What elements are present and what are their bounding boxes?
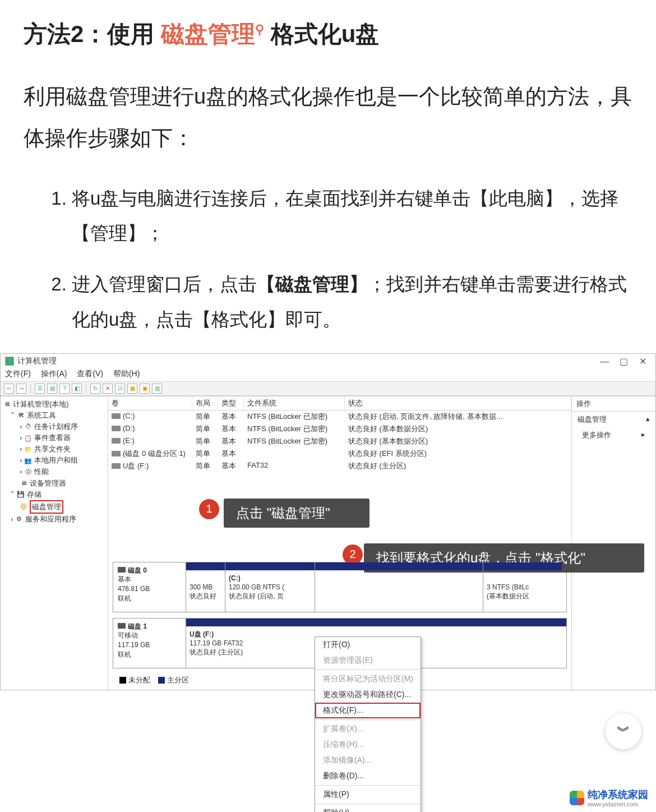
annotation-badge-1: 1 — [199, 499, 219, 519]
tb-delete[interactable]: ✕ — [103, 384, 113, 394]
tb-prop[interactable]: ☑ — [115, 384, 125, 394]
annotation-badge-2: 2 — [343, 545, 363, 565]
menu-help[interactable]: 帮助(H) — [113, 369, 140, 378]
tb-a[interactable]: ▦ — [127, 384, 137, 394]
users-icon: 👥 — [24, 456, 32, 464]
volume-row[interactable]: (磁盘 0 磁盘分区 1)简单基本状态良好 (EFI 系统分区) — [108, 447, 571, 460]
ctx-shrink: 压缩卷(H)... — [315, 737, 421, 753]
svg-rect-0 — [6, 357, 13, 365]
menu-action[interactable]: 操作(A) — [41, 369, 67, 378]
annotation-tip-1: 点击 "磁盘管理" — [224, 499, 369, 528]
tools-icon: 🛠 — [17, 412, 25, 419]
double-chevron-down-icon: ︾ — [617, 722, 630, 740]
folder-icon: 📁 — [24, 445, 32, 453]
highlight-term[interactable]: 磁盘管理⚲ — [161, 21, 264, 47]
step-2: 进入管理窗口后，点击【磁盘管理】；找到并右键单击需要进行格式化的u盘，点击【格式… — [72, 267, 632, 337]
screenshot-disk-management: 计算机管理 — ▢ ✕ 文件(F) 操作(A) 查看(V) 帮助(H) ⇐ ⇒ … — [0, 353, 656, 690]
tree-perf[interactable]: 性能 — [34, 466, 49, 477]
maximize-button[interactable]: ▢ — [615, 356, 632, 367]
clock-icon: ⏱ — [24, 423, 32, 431]
nav-tree: 🖥计算机管理(本地) ˅🛠系统工具 ›⏱任务计划程序 ›📋事件查看器 ›📁共享文… — [1, 396, 108, 690]
app-icon — [5, 357, 14, 366]
tree-systools[interactable]: 系统工具 — [27, 410, 56, 421]
computer-icon: 🖥 — [3, 400, 11, 408]
ctx-open[interactable]: 打开(O) — [315, 637, 421, 653]
actions-diskmgmt[interactable]: 磁盘管理▴ — [572, 412, 655, 427]
ctx-active: 将分区标记为活动分区(M) — [315, 671, 421, 687]
watermark: 纯净系统家园 www.yidaimei.com — [570, 788, 648, 808]
partition[interactable]: 300 MB状态良好 — [186, 562, 225, 612]
tree-eventviewer[interactable]: 事件查看器 — [34, 432, 71, 444]
window-title: 计算机管理 — [17, 356, 57, 366]
volume-row[interactable]: U盘 (F:)简单基本FAT32状态良好 (主分区) — [108, 460, 571, 472]
context-menu: 打开(O) 资源管理器(E) 将分区标记为活动分区(M) 更改驱动器号和路径(C… — [315, 636, 421, 812]
toolbar: ⇐ ⇒ ☰ ▤ ? ◧ ↻ ✕ ☑ ▦ ▣ ▥ — [1, 381, 655, 396]
tb-fwd[interactable]: ⇒ — [16, 384, 26, 394]
tree-diskmgmt[interactable]: 磁盘管理 — [30, 500, 63, 514]
ctx-extend: 扩展卷(X)... — [315, 721, 421, 737]
volume-row[interactable]: (C:)简单基本NTFS (BitLocker 已加密)状态良好 (启动, 页面… — [108, 410, 571, 423]
tb-view1[interactable]: ◧ — [72, 384, 82, 394]
ctx-mirror: 添加镜像(A)... — [315, 753, 421, 768]
tree-users[interactable]: 本地用户和组 — [34, 455, 78, 466]
ctx-format[interactable]: 格式化(F)... — [315, 703, 421, 718]
chevron-up-icon: ▴ — [646, 414, 650, 425]
watermark-logo-icon — [570, 791, 584, 805]
scroll-down-button[interactable]: ︾ — [606, 713, 641, 749]
partition[interactable] — [315, 562, 483, 612]
tb-c[interactable]: ▥ — [152, 384, 162, 394]
ctx-delete[interactable]: 删除卷(D)... — [315, 768, 421, 784]
ctx-change-letter[interactable]: 更改驱动器号和路径(C)... — [315, 687, 421, 703]
storage-icon: 💾 — [17, 491, 25, 499]
tb-up[interactable]: ☰ — [35, 384, 45, 394]
volume-header: 卷 布局 类型 文件系统 状态 — [108, 396, 571, 410]
disk-icon: 📀 — [20, 503, 27, 511]
tree-scheduler[interactable]: 任务计划程序 — [34, 421, 78, 432]
step-1: 将u盘与电脑进行连接后，在桌面找到并右键单击【此电脑】，选择【管理】； — [72, 181, 632, 251]
tree-root[interactable]: 计算机管理(本地) — [13, 399, 69, 410]
tree-shared[interactable]: 共享文件夹 — [34, 444, 71, 455]
ctx-explorer: 资源管理器(E) — [315, 653, 421, 668]
disk-0-block: 磁盘 0 基本 476.81 GB 联机 300 MB状态良好(C:)120.0… — [113, 562, 567, 612]
tree-storage[interactable]: 存储 — [27, 489, 41, 500]
tree-devmgr[interactable]: 设备管理器 — [30, 478, 66, 489]
menubar: 文件(F) 操作(A) 查看(V) 帮助(H) — [1, 369, 655, 381]
partition[interactable]: 3 NTFS (BitLc(基本数据分区 — [483, 562, 562, 612]
device-icon: 🖥 — [20, 479, 27, 487]
ctx-props[interactable]: 属性(P) — [315, 787, 421, 802]
perf-icon: ⓪ — [24, 468, 32, 476]
volume-row[interactable]: (D:)简单基本NTFS (BitLocker 已加密)状态良好 (基本数据分区… — [108, 423, 571, 435]
search-icon[interactable]: ⚲ — [255, 22, 264, 36]
menu-file[interactable]: 文件(F) — [5, 369, 31, 378]
actions-more[interactable]: 更多操作▸ — [572, 427, 655, 443]
chevron-right-icon: ▸ — [641, 430, 645, 440]
tb-back[interactable]: ⇐ — [4, 384, 14, 394]
tb-refresh[interactable]: ↻ — [90, 384, 100, 394]
menu-view[interactable]: 查看(V) — [77, 369, 103, 378]
minimize-button[interactable]: — — [596, 357, 613, 367]
partition[interactable]: (C:)120.00 GB NTFS (状态良好 (启动, 页 — [225, 562, 315, 612]
tree-services[interactable]: 服务和应用程序 — [25, 514, 76, 525]
tb-help[interactable]: ? — [59, 384, 70, 394]
close-button[interactable]: ✕ — [634, 356, 651, 367]
tb-b[interactable]: ▣ — [140, 384, 150, 394]
section-title: 方法2：使用 磁盘管理⚲ 格式化u盘 — [24, 19, 632, 50]
log-icon: 📋 — [24, 434, 32, 442]
intro-paragraph: 利用磁盘管理进行u盘的格式化操作也是一个比较简单的方法，具体操作步骤如下： — [24, 76, 632, 159]
tb-list[interactable]: ▤ — [47, 384, 57, 394]
volume-row[interactable]: (E:)简单基本NTFS (BitLocker 已加密)状态良好 (基本数据分区… — [108, 435, 571, 447]
services-icon: ⚙ — [15, 515, 23, 523]
ctx-help[interactable]: 帮助(H) — [315, 805, 421, 812]
